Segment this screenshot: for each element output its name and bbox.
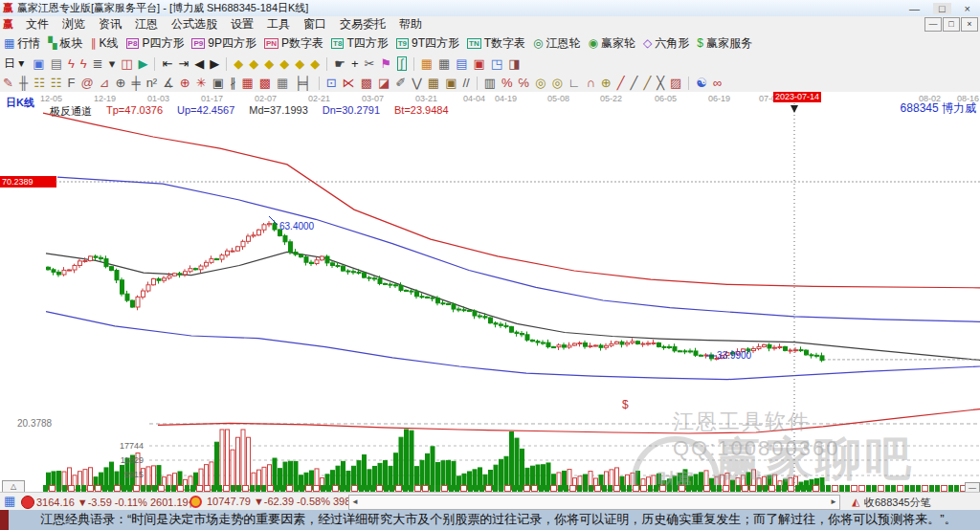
golden-box2-icon[interactable]: ☷ bbox=[51, 75, 62, 91]
horizontal-scrollbar[interactable]: ◄ ► bbox=[348, 495, 840, 510]
mdi-restore-button[interactable]: □ bbox=[943, 17, 960, 32]
sector-blocks-icon[interactable]: ▚板块 bbox=[48, 35, 82, 52]
slant-line3-icon[interactable]: ╱ bbox=[643, 75, 651, 91]
gann-diamond6-icon[interactable]: ◆ bbox=[310, 55, 320, 72]
box-grid-icon[interactable]: ▣ bbox=[445, 75, 457, 91]
percent-line-icon[interactable]: ℅ bbox=[519, 75, 530, 91]
arch-icon[interactable]: ∩ bbox=[586, 75, 594, 91]
minimize-button[interactable]: — bbox=[909, 3, 920, 14]
spiral-icon[interactable]: @ bbox=[80, 75, 93, 91]
maximize-button[interactable]: □ bbox=[933, 3, 951, 14]
quote-grid-icon[interactable]: ▦行情 bbox=[4, 35, 40, 52]
menu-item-帮助[interactable]: 帮助 bbox=[392, 16, 429, 33]
sz-index-quote[interactable]: 10747.79 ▼-62.39 -0.58% 3988.04 bbox=[207, 496, 371, 507]
close-button[interactable]: × bbox=[965, 3, 970, 14]
gann-diamond2-icon[interactable]: ◆ bbox=[249, 55, 258, 72]
crosshair-tool-icon[interactable]: + bbox=[351, 55, 359, 72]
p-square-icon[interactable]: P8P四方形 bbox=[126, 35, 185, 52]
pane-minimize-button[interactable]: — bbox=[965, 482, 980, 492]
brush-icon[interactable]: ✎ bbox=[3, 75, 13, 91]
starburst-icon[interactable]: ✳ bbox=[196, 75, 207, 91]
go-first-icon[interactable]: ⇤ bbox=[162, 55, 172, 72]
parallel-lines-icon[interactable]: // bbox=[462, 75, 469, 91]
zigzag-up-icon[interactable]: ϟ bbox=[68, 55, 75, 72]
red-block-grid-icon[interactable]: ▩ bbox=[361, 75, 372, 91]
shade-block-icon[interactable]: ▨ bbox=[670, 75, 681, 91]
hexagon-icon[interactable]: ◇六角形 bbox=[643, 35, 689, 52]
color-triangle-icon[interactable]: ▶ bbox=[138, 55, 147, 72]
cross-lines-icon[interactable]: ╳ bbox=[657, 75, 664, 91]
menu-item-交易委托[interactable]: 交易委托 bbox=[333, 16, 392, 33]
gann-diamond1-icon[interactable]: ◆ bbox=[234, 55, 243, 72]
calculator-icon[interactable]: ▦ bbox=[438, 55, 450, 72]
frame-grid-icon[interactable]: ▦ bbox=[277, 75, 288, 91]
kline-icon[interactable]: ∥K线 bbox=[91, 35, 119, 52]
menu-item-工具[interactable]: 工具 bbox=[260, 16, 297, 33]
menu-item-窗口[interactable]: 窗口 bbox=[297, 16, 333, 33]
right-angle-icon[interactable]: ∟ bbox=[568, 75, 581, 91]
go-last-icon[interactable]: ⇥ bbox=[178, 55, 189, 72]
angle-ruler-icon[interactable]: ⊿ bbox=[100, 75, 110, 91]
blue-rect-icon[interactable]: ⊡ bbox=[326, 75, 337, 91]
flag-tool-icon[interactable]: ⚑ bbox=[380, 55, 391, 72]
info-panel-icon[interactable]: ▤ bbox=[51, 55, 62, 72]
gann-wheel-icon[interactable]: ◎江恩轮 bbox=[533, 35, 580, 52]
sh-index-quote[interactable]: 3164.16 ▼-3.59 -0.11% 2601.19亿 bbox=[36, 496, 199, 510]
p9-square-icon[interactable]: P99P四方形 bbox=[191, 35, 256, 52]
compass-circle-icon[interactable]: ⊕ bbox=[116, 75, 126, 91]
percent-icon[interactable]: % bbox=[501, 75, 513, 91]
gold-circle2-icon[interactable]: ◎ bbox=[551, 75, 562, 91]
save-table-icon[interactable]: ▤ bbox=[456, 55, 467, 72]
calendar-icon[interactable]: ▦ bbox=[421, 55, 433, 72]
menu-item-江恩[interactable]: 江恩 bbox=[128, 16, 165, 33]
mdi-close-button[interactable]: × bbox=[961, 17, 978, 32]
menu-item-资讯[interactable]: 资讯 bbox=[92, 16, 128, 33]
f-tool-icon[interactable]: F bbox=[67, 75, 75, 91]
keyboard-icon[interactable]: ▦ bbox=[4, 494, 15, 508]
mdi-minimize-button[interactable]: — bbox=[924, 17, 942, 32]
gold-circle1-icon[interactable]: ◎ bbox=[535, 75, 546, 91]
prev-bar-icon[interactable]: ◀ bbox=[194, 55, 204, 72]
tick-receiver-label[interactable]: 收688345分笔 bbox=[864, 496, 931, 510]
t-number-table-icon[interactable]: TNT数字表 bbox=[467, 35, 525, 52]
menu-item-设置[interactable]: 设置 bbox=[224, 16, 260, 33]
h-scale-icon[interactable]: ╞╡ bbox=[294, 75, 311, 91]
chip-distribution-icon[interactable]: ≣ bbox=[93, 55, 103, 72]
gann-diamond3-icon[interactable]: ◆ bbox=[264, 55, 274, 72]
sh-index-icon[interactable] bbox=[21, 496, 34, 509]
scroll-right-arrow[interactable]: ► bbox=[830, 496, 837, 508]
n-squared-icon[interactable]: n² bbox=[146, 75, 158, 91]
bars-tool-icon[interactable]: ▥ bbox=[484, 75, 496, 91]
scroll-left-arrow[interactable]: ◄ bbox=[351, 496, 359, 508]
slant-line1-icon[interactable]: ╱ bbox=[617, 75, 625, 91]
diag-block-icon[interactable]: ◪ bbox=[378, 75, 390, 91]
cut-tool-icon[interactable]: ✂ bbox=[365, 55, 375, 72]
t9-square-icon[interactable]: T99T四方形 bbox=[396, 35, 459, 52]
save-icon[interactable]: ▣ bbox=[474, 55, 485, 72]
taiji-icon[interactable]: ☯ bbox=[696, 75, 707, 91]
polyline-icon[interactable]: ⋁ bbox=[412, 75, 422, 91]
curve-tool-icon[interactable]: ∫ bbox=[397, 56, 407, 71]
multi-chart-icon[interactable]: ◫ bbox=[121, 55, 132, 72]
red-grid1-icon[interactable]: ▦ bbox=[241, 75, 253, 91]
ray-fan-icon[interactable]: ⋉ bbox=[343, 75, 355, 91]
winner-service-icon[interactable]: $赢家服务 bbox=[697, 35, 752, 52]
sz-index-icon[interactable] bbox=[189, 496, 202, 508]
winner-wheel-icon[interactable]: ◉赢家轮 bbox=[589, 35, 635, 52]
gann-grid-icon[interactable]: ╫ bbox=[19, 75, 28, 91]
slant-line2-icon[interactable]: ╱ bbox=[631, 75, 638, 91]
golden-box1-icon[interactable]: ☷ bbox=[33, 75, 45, 91]
pen-line-icon[interactable]: ✐ bbox=[395, 75, 406, 91]
hand-tool-icon[interactable]: ☛ bbox=[334, 55, 345, 72]
next-bar-icon[interactable]: ▶ bbox=[210, 55, 219, 72]
pane-expander-button[interactable]: △ bbox=[2, 480, 25, 492]
infinity-icon[interactable]: ∞ bbox=[713, 75, 722, 91]
sharp-grid-icon[interactable]: ▦ bbox=[428, 75, 439, 91]
t-square-icon[interactable]: T8T四方形 bbox=[331, 35, 389, 52]
dropdown-caret-icon[interactable]: ▾ bbox=[109, 55, 116, 72]
menu-item-公式选股[interactable]: 公式选股 bbox=[165, 16, 224, 33]
p-number-table-icon[interactable]: PNP数字表 bbox=[264, 35, 323, 52]
k-reverse-icon[interactable]: ∦ bbox=[230, 75, 236, 91]
target-cross-icon[interactable]: ⊕ bbox=[180, 75, 190, 91]
dense-grid-icon[interactable]: ╪ bbox=[131, 75, 140, 91]
